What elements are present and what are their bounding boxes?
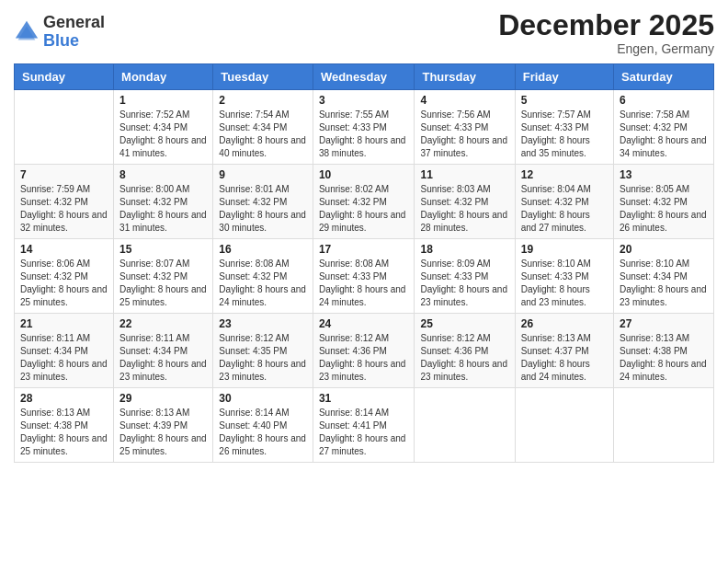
day-number: 22 — [119, 317, 207, 330]
calendar-cell: 31Sunrise: 8:14 AMSunset: 4:41 PMDayligh… — [313, 388, 415, 463]
day-info: Sunrise: 8:07 AMSunset: 4:32 PMDaylight:… — [119, 258, 207, 309]
day-info: Sunrise: 7:58 AMSunset: 4:32 PMDaylight:… — [620, 109, 708, 160]
day-number: 11 — [420, 168, 508, 181]
day-number: 10 — [319, 168, 409, 181]
day-info: Sunrise: 8:12 AMSunset: 4:35 PMDaylight:… — [219, 332, 307, 384]
day-number: 23 — [219, 317, 307, 330]
day-number: 3 — [319, 94, 409, 107]
calendar-cell: 7Sunrise: 7:59 AMSunset: 4:32 PMDaylight… — [15, 165, 114, 239]
day-number: 2 — [219, 94, 307, 107]
day-info: Sunrise: 8:04 AMSunset: 4:32 PMDaylight:… — [521, 183, 608, 235]
day-info: Sunrise: 7:59 AMSunset: 4:32 PMDaylight:… — [20, 183, 108, 235]
day-number: 29 — [119, 392, 207, 405]
logo: General Blue — [14, 14, 105, 51]
calendar-cell: 3Sunrise: 7:55 AMSunset: 4:33 PMDaylight… — [313, 90, 415, 165]
calendar-cell: 22Sunrise: 8:11 AMSunset: 4:34 PMDayligh… — [114, 314, 213, 388]
calendar-cell: 1Sunrise: 7:52 AMSunset: 4:34 PMDaylight… — [114, 90, 213, 165]
calendar-week-5: 28Sunrise: 8:13 AMSunset: 4:38 PMDayligh… — [15, 388, 714, 463]
day-info: Sunrise: 7:52 AMSunset: 4:34 PMDaylight:… — [119, 109, 207, 160]
day-info: Sunrise: 8:06 AMSunset: 4:32 PMDaylight:… — [20, 258, 108, 309]
day-number: 27 — [620, 317, 708, 330]
weekday-header-monday: Monday — [114, 64, 213, 90]
day-info: Sunrise: 7:57 AMSunset: 4:33 PMDaylight:… — [521, 109, 608, 160]
location: Engen, Germany — [498, 41, 714, 56]
calendar-cell — [515, 388, 613, 463]
calendar-cell: 20Sunrise: 8:10 AMSunset: 4:34 PMDayligh… — [614, 239, 714, 314]
weekday-header-sunday: Sunday — [15, 64, 114, 90]
day-info: Sunrise: 8:01 AMSunset: 4:32 PMDaylight:… — [219, 183, 307, 235]
calendar-cell: 16Sunrise: 8:08 AMSunset: 4:32 PMDayligh… — [213, 239, 313, 314]
calendar-table: SundayMondayTuesdayWednesdayThursdayFrid… — [14, 63, 714, 463]
calendar-cell: 10Sunrise: 8:02 AMSunset: 4:32 PMDayligh… — [313, 165, 415, 239]
day-info: Sunrise: 8:08 AMSunset: 4:32 PMDaylight:… — [219, 258, 307, 309]
title-section: December 2025 Engen, Germany — [498, 9, 714, 56]
calendar-cell: 5Sunrise: 7:57 AMSunset: 4:33 PMDaylight… — [515, 90, 613, 165]
calendar-cell: 23Sunrise: 8:12 AMSunset: 4:35 PMDayligh… — [213, 314, 313, 388]
logo-blue: Blue — [43, 32, 105, 51]
weekday-header-thursday: Thursday — [415, 64, 515, 90]
weekday-header-tuesday: Tuesday — [213, 64, 313, 90]
day-info: Sunrise: 8:13 AMSunset: 4:37 PMDaylight:… — [521, 332, 608, 384]
calendar-cell: 27Sunrise: 8:13 AMSunset: 4:38 PMDayligh… — [614, 314, 714, 388]
day-info: Sunrise: 8:10 AMSunset: 4:33 PMDaylight:… — [521, 258, 608, 309]
logo-general: General — [43, 14, 105, 32]
day-info: Sunrise: 8:12 AMSunset: 4:36 PMDaylight:… — [319, 332, 409, 384]
weekday-header-saturday: Saturday — [614, 64, 714, 90]
day-number: 9 — [219, 168, 307, 181]
day-info: Sunrise: 8:05 AMSunset: 4:32 PMDaylight:… — [620, 183, 708, 235]
day-number: 14 — [20, 243, 108, 256]
weekday-header-wednesday: Wednesday — [313, 64, 415, 90]
calendar-cell: 11Sunrise: 8:03 AMSunset: 4:32 PMDayligh… — [415, 165, 515, 239]
day-number: 1 — [119, 94, 207, 107]
calendar-week-3: 14Sunrise: 8:06 AMSunset: 4:32 PMDayligh… — [15, 239, 714, 314]
day-info: Sunrise: 8:02 AMSunset: 4:32 PMDaylight:… — [319, 183, 409, 235]
day-number: 19 — [521, 243, 608, 256]
day-info: Sunrise: 8:09 AMSunset: 4:33 PMDaylight:… — [420, 258, 508, 309]
calendar-cell: 28Sunrise: 8:13 AMSunset: 4:38 PMDayligh… — [15, 388, 114, 463]
calendar-week-4: 21Sunrise: 8:11 AMSunset: 4:34 PMDayligh… — [15, 314, 714, 388]
calendar-week-1: 1Sunrise: 7:52 AMSunset: 4:34 PMDaylight… — [15, 90, 714, 165]
calendar-cell: 19Sunrise: 8:10 AMSunset: 4:33 PMDayligh… — [515, 239, 613, 314]
day-number: 18 — [420, 243, 508, 256]
day-number: 26 — [521, 317, 608, 330]
day-number: 31 — [319, 392, 409, 405]
calendar-cell — [614, 388, 714, 463]
calendar-cell: 2Sunrise: 7:54 AMSunset: 4:34 PMDaylight… — [213, 90, 313, 165]
day-number: 20 — [620, 243, 708, 256]
calendar-body: 1Sunrise: 7:52 AMSunset: 4:34 PMDaylight… — [15, 90, 714, 463]
calendar-cell: 21Sunrise: 8:11 AMSunset: 4:34 PMDayligh… — [15, 314, 114, 388]
calendar-week-2: 7Sunrise: 7:59 AMSunset: 4:32 PMDaylight… — [15, 165, 714, 239]
calendar-cell: 29Sunrise: 8:13 AMSunset: 4:39 PMDayligh… — [114, 388, 213, 463]
day-info: Sunrise: 8:14 AMSunset: 4:40 PMDaylight:… — [219, 407, 307, 458]
day-info: Sunrise: 8:14 AMSunset: 4:41 PMDaylight:… — [319, 407, 409, 458]
calendar-cell — [415, 388, 515, 463]
calendar-cell: 26Sunrise: 8:13 AMSunset: 4:37 PMDayligh… — [515, 314, 613, 388]
calendar-cell — [15, 90, 114, 165]
day-info: Sunrise: 8:13 AMSunset: 4:39 PMDaylight:… — [119, 407, 207, 458]
day-number: 5 — [521, 94, 608, 107]
day-number: 13 — [620, 168, 708, 181]
day-info: Sunrise: 8:00 AMSunset: 4:32 PMDaylight:… — [119, 183, 207, 235]
day-number: 12 — [521, 168, 608, 181]
day-info: Sunrise: 7:56 AMSunset: 4:33 PMDaylight:… — [420, 109, 508, 160]
day-info: Sunrise: 8:08 AMSunset: 4:33 PMDaylight:… — [319, 258, 409, 309]
calendar-cell: 17Sunrise: 8:08 AMSunset: 4:33 PMDayligh… — [313, 239, 415, 314]
logo-text: General Blue — [43, 14, 105, 51]
day-number: 15 — [119, 243, 207, 256]
month-title: December 2025 — [498, 9, 714, 41]
weekday-header-friday: Friday — [515, 64, 613, 90]
day-number: 28 — [20, 392, 108, 405]
day-number: 6 — [620, 94, 708, 107]
calendar-cell: 6Sunrise: 7:58 AMSunset: 4:32 PMDaylight… — [614, 90, 714, 165]
day-info: Sunrise: 8:13 AMSunset: 4:38 PMDaylight:… — [620, 332, 708, 384]
day-info: Sunrise: 8:12 AMSunset: 4:36 PMDaylight:… — [420, 332, 508, 384]
day-number: 16 — [219, 243, 307, 256]
day-number: 21 — [20, 317, 108, 330]
page-header: General Blue December 2025 Engen, German… — [14, 9, 714, 56]
calendar-cell: 12Sunrise: 8:04 AMSunset: 4:32 PMDayligh… — [515, 165, 613, 239]
calendar-cell: 14Sunrise: 8:06 AMSunset: 4:32 PMDayligh… — [15, 239, 114, 314]
day-number: 7 — [20, 168, 108, 181]
day-info: Sunrise: 7:55 AMSunset: 4:33 PMDaylight:… — [319, 109, 409, 160]
day-number: 25 — [420, 317, 508, 330]
day-number: 30 — [219, 392, 307, 405]
